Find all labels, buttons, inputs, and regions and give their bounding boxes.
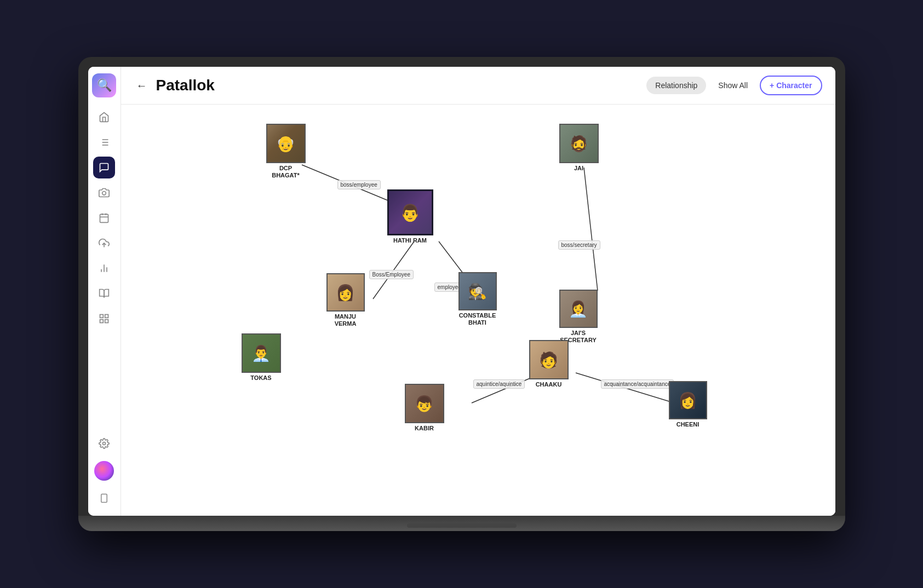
char-name-manju-verma: MANJUVERMA (335, 313, 357, 327)
char-node-chaaku[interactable]: 🧑 CHAAKU (529, 340, 569, 388)
svg-point-6 (102, 192, 106, 195)
sidebar-item-relationships[interactable] (93, 157, 115, 178)
rel-label-dcp-hathi: boss/employee (337, 180, 381, 189)
rel-label-jai-secretary: boss/secretary (558, 240, 600, 250)
char-name-kabir: KABIR (415, 425, 434, 432)
char-name-constable-bhati: CONSTABLEBHATI (459, 312, 496, 326)
rel-label-chaaku-kabir: aquintice/aquintice (473, 379, 525, 389)
sidebar-item-home[interactable] (93, 106, 115, 128)
char-name-cheeni: CHEENI (677, 421, 700, 428)
svg-rect-18 (100, 320, 104, 323)
header-actions: Relationship Show All + Character (646, 76, 822, 95)
char-node-dcp-bhagat[interactable]: 👴 DCPBHAGAT* (266, 124, 306, 179)
svg-line-27 (576, 373, 674, 403)
char-node-jai[interactable]: 🧔 JAI (559, 124, 599, 172)
back-button[interactable]: ← (134, 77, 150, 94)
sidebar-item-calendar[interactable] (93, 207, 115, 229)
svg-rect-7 (100, 214, 108, 222)
svg-rect-17 (105, 320, 108, 323)
relationship-graph: boss/employee Boss/Employee employee/bos… (121, 105, 835, 516)
svg-line-25 (584, 168, 598, 291)
sidebar-item-settings[interactable] (93, 433, 115, 454)
add-character-button[interactable]: + Character (760, 76, 822, 95)
svg-line-23 (373, 241, 414, 299)
sidebar-item-analytics[interactable] (93, 257, 115, 279)
char-node-cheeni[interactable]: 👩 CHEENI (669, 381, 707, 428)
main-content: ← Patallok Relationship Show All + Chara… (121, 67, 835, 516)
show-all-button[interactable]: Show All (712, 77, 754, 94)
char-name-jai: JAI (574, 165, 583, 172)
rel-label-hathi-manju: Boss/Employee (369, 270, 414, 279)
sidebar-item-book[interactable] (93, 283, 115, 304)
rel-label-chaaku-cheeni: acquaintance/acquaintance (601, 379, 674, 389)
char-name-dcp-bhagat: DCPBHAGAT* (272, 165, 300, 179)
sidebar: 🔍 (88, 67, 121, 516)
laptop-frame: 🔍 (78, 57, 845, 531)
char-node-hathi-ram[interactable]: 👨 HATHI RAM (387, 189, 433, 244)
app-logo[interactable]: 🔍 (92, 73, 116, 97)
sidebar-item-upload[interactable] (93, 232, 115, 254)
char-node-constable-bhati[interactable]: 🕵 CONSTABLEBHATI (458, 272, 497, 326)
screen: 🔍 (88, 67, 835, 516)
char-node-jais-secretary[interactable]: 👩‍💼 JAI'SSECRETARY (559, 290, 598, 344)
page-title: Patallok (156, 77, 640, 94)
char-node-kabir[interactable]: 👦 KABIR (405, 384, 444, 432)
user-avatar[interactable] (94, 461, 114, 481)
sidebar-item-mobile[interactable] (93, 487, 115, 509)
laptop-base (78, 516, 845, 531)
char-name-chaaku: CHAAKU (536, 381, 562, 388)
page-header: ← Patallok Relationship Show All + Chara… (121, 67, 835, 105)
svg-rect-15 (100, 315, 104, 318)
svg-point-19 (103, 442, 106, 445)
sidebar-item-camera[interactable] (93, 182, 115, 204)
char-node-manju-verma[interactable]: 👩 MANJUVERMA (326, 273, 365, 327)
char-name-tokas: TOKAS (250, 374, 271, 382)
relationship-filter-button[interactable]: Relationship (646, 77, 706, 94)
sidebar-item-list[interactable] (93, 131, 115, 153)
char-name-hathi-ram: HATHI RAM (393, 237, 427, 244)
svg-rect-16 (105, 315, 108, 318)
char-node-tokas[interactable]: 👨‍💼 TOKAS (242, 333, 281, 382)
sidebar-item-grid[interactable] (93, 308, 115, 330)
